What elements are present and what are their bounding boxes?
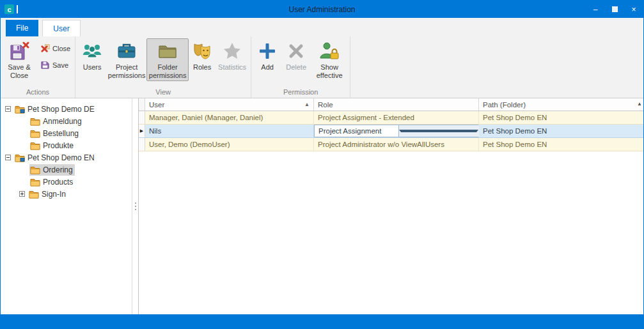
users-button[interactable]: Users [77,38,107,73]
tree-item-produkte[interactable]: Produkte [1,139,132,151]
grid-row-manager-daniel[interactable]: Manager, Daniel (Manager, Daniel) Projec… [139,111,643,125]
add-plus-icon [257,41,278,61]
permissions-grid: User ▲ Role Path (Folder) ▲ Manager, Dan… [138,98,643,314]
users-label: Users [83,63,102,72]
ribbon-group-permission: Add Delete [251,36,350,98]
theater-masks-icon [192,41,212,61]
cell-role[interactable]: Project Assigment - Extended [314,111,479,124]
cell-user[interactable]: Nils [145,125,314,137]
cell-role[interactable]: Project Administrator w/o ViewAllUsers [314,138,479,151]
folder-permissions-icon [157,41,178,61]
row-indicator-header [139,98,145,111]
cell-role-editor[interactable]: Project Assignment [314,125,479,137]
delete-label: Delete [286,63,306,72]
group-caption-actions: Actions [3,88,73,98]
person-lock-icon [319,41,340,61]
collapse-expander-icon[interactable] [5,155,11,160]
show-effective-label: Show effective [313,63,346,79]
save-and-close-button[interactable]: Save & Close [3,38,36,81]
folder-icon [30,116,40,126]
column-header-path-folder[interactable]: Path (Folder) [479,98,643,111]
folder-permissions-label: Folder permissions [148,63,187,79]
save-label: Save [52,61,68,69]
roles-button[interactable]: Roles [189,38,216,73]
users-icon [82,41,102,61]
tree-item-pet-shop-demo-en[interactable]: Pet Shop Demo EN [1,151,132,164]
folder-icon [30,128,40,139]
column-header-label: User [149,101,164,109]
expand-expander-icon[interactable] [19,191,25,197]
grid-row-user-demo[interactable]: User, Demo (DemoUser) Project Administra… [139,138,643,151]
maximize-button[interactable] [605,1,624,18]
minimize-button[interactable]: – [586,1,605,18]
column-header-label: Role [318,101,333,109]
window-controls: – × [586,1,643,18]
project-folder-icon [15,153,25,163]
column-header-role[interactable]: Role [314,98,479,111]
tree-item-label: Sign-In [42,190,66,199]
cell-path[interactable]: Pet Shop Demo EN [479,138,643,151]
tree-item-label: Anmeldung [43,117,82,126]
roles-label: Roles [193,63,211,72]
cell-user[interactable]: Manager, Daniel (Manager, Daniel) [145,111,314,124]
tree-item-bestellung[interactable]: Bestellung [1,127,132,139]
close-ribbon-button[interactable]: Close [38,42,73,54]
row-indicator [139,111,145,124]
chevron-down-icon [399,130,479,132]
logo-separator [17,5,18,13]
delete-x-icon [286,41,306,61]
folder-icon [30,141,40,151]
app-logo-icon: c [4,4,14,14]
grid-header-row: User ▲ Role Path (Folder) ▲ [139,98,643,111]
folder-icon [30,165,40,175]
grid-row-nils[interactable]: ▶ Nils Project Assignment Pet Shop Demo … [139,125,643,138]
folder-permissions-button[interactable]: Folder permissions [146,38,189,81]
main-area: Pet Shop Demo DE Anmeldung [1,98,643,314]
tree-item-products[interactable]: Products [1,176,132,188]
delete-button: Delete [281,38,311,73]
close-button[interactable]: × [624,1,643,18]
statistics-star-icon [222,41,242,61]
tree-item-pet-shop-demo-de[interactable]: Pet Shop Demo DE [1,103,132,115]
folder-tree: Pet Shop Demo DE Anmeldung [1,98,132,314]
tab-user[interactable]: User [42,20,80,36]
save-button[interactable]: Save [38,59,73,71]
statistics-label: Statistics [218,63,246,72]
close-icon: × [631,5,636,14]
tree-item-sign-in[interactable]: Sign-In [1,188,132,200]
tree-item-ordering[interactable]: Ordering [1,164,132,176]
logo-letter: c [7,6,11,13]
add-button[interactable]: Add [253,38,281,73]
column-header-user[interactable]: User ▲ [145,98,314,111]
project-permissions-button[interactable]: Project permissions [107,38,146,81]
save-and-close-icon [9,41,29,61]
briefcase-icon [116,41,137,61]
add-label: Add [261,63,274,72]
close-red-icon [40,43,50,53]
scroll-up-icon[interactable]: ▲ [637,101,642,107]
tree-item-anmeldung[interactable]: Anmeldung [1,115,132,127]
splitter-dot [135,203,136,204]
statistics-button: Statistics [216,38,249,73]
tree-item-label: Products [43,178,73,187]
project-permissions-label: Project permissions [108,63,146,79]
ribbon-tab-row: File User [1,18,643,36]
show-effective-button[interactable]: Show effective [311,38,348,81]
cell-path[interactable]: Pet Shop Demo EN [479,111,643,124]
grid-empty-area [139,151,643,314]
save-icon [40,60,50,70]
maximize-icon [612,6,618,12]
ribbon-group-actions: Save & Close Close [1,36,75,98]
cell-user[interactable]: User, Demo (DemoUser) [145,138,314,151]
role-dropdown-button[interactable] [398,125,479,137]
tree-grid-splitter[interactable] [132,98,138,314]
tree-item-label: Ordering [43,165,73,174]
cell-path[interactable]: Pet Shop Demo EN [479,125,643,137]
sort-ascending-icon: ▲ [304,102,310,107]
status-bar [1,314,643,328]
tab-file[interactable]: File [6,20,38,36]
ribbon: Save & Close Close [1,36,643,98]
collapse-expander-icon[interactable] [5,106,11,112]
column-header-label: Path (Folder) [483,101,526,109]
group-caption-view: View [77,88,249,98]
